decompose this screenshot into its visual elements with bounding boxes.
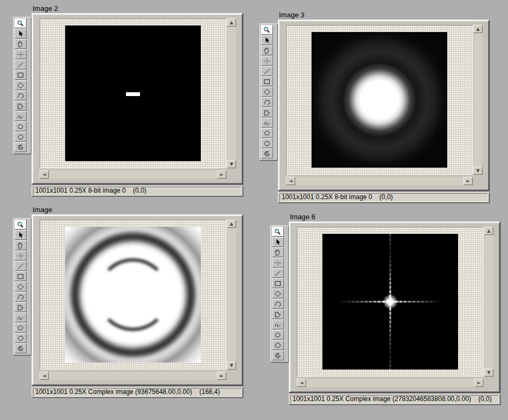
scroll-up-icon[interactable]: ▲ [473,25,482,33]
scroll-up-icon[interactable]: ▲ [484,227,493,235]
tool-selection-button[interactable] [261,35,273,45]
tool-oval-button[interactable] [15,132,27,142]
vertical-scrollbar[interactable]: ▲ ▼ [227,220,236,370]
tool-selection-button[interactable] [272,237,284,247]
tool-annulus-button[interactable] [272,351,284,360]
tool-oval-button[interactable] [272,340,284,350]
window-title: Image 3 [279,11,304,19]
tool-line-button[interactable] [261,66,273,76]
image-canvas[interactable] [65,26,201,161]
tool-annulus-button[interactable] [15,343,27,353]
line-icon [262,67,272,75]
tool-zoom-button[interactable] [261,25,273,35]
polygon-icon [273,310,283,319]
scroll-down-icon[interactable]: ▼ [227,160,236,168]
image-canvas[interactable] [322,234,458,370]
horizontal-scrollbar[interactable]: ◄ ► [40,170,226,179]
scroll-left-icon[interactable]: ◄ [286,177,295,185]
tool-polyline-button[interactable] [272,299,284,309]
tool-rectangle-button[interactable] [15,271,27,281]
tool-point-button[interactable] [15,251,27,260]
fft-center-glow [379,291,401,313]
scroll-down-icon[interactable]: ▼ [484,368,493,377]
tool-freehand-region-button[interactable] [272,330,284,340]
vertical-scrollbar[interactable]: ▲ ▼ [473,25,482,175]
tool-polygon-button[interactable] [15,101,27,111]
tool-rectangle-button[interactable] [15,70,27,80]
tool-freehand-line-button[interactable] [261,118,273,128]
tool-annulus-button[interactable] [261,149,273,158]
image-window-image: Image ▲ ▼ ◄ ► 1001x1001 0.25X Complex im… [13,207,244,399]
tool-oval-button[interactable] [15,333,27,343]
tool-zoom-button[interactable] [272,227,284,237]
tool-annulus-button[interactable] [15,142,27,152]
tool-polyline-button[interactable] [261,97,273,107]
tool-pan-button[interactable] [15,39,27,49]
image-canvas[interactable] [312,32,447,168]
scroll-down-icon[interactable]: ▼ [473,167,482,175]
scroll-up-icon[interactable]: ▲ [227,18,236,27]
tool-polyline-button[interactable] [15,292,27,302]
lower-arc [97,258,169,331]
pan-icon [273,249,283,257]
point-icon [16,252,26,260]
scroll-left-icon[interactable]: ◄ [40,170,49,179]
tool-rotated-rectangle-button[interactable] [261,87,273,97]
tool-point-button[interactable] [261,56,273,66]
tool-rotated-rectangle-button[interactable] [15,282,27,291]
status-bar: 1001x1001 0.25X 8-bit image 0 (0,0) [31,186,243,196]
tool-line-button[interactable] [15,261,27,271]
scroll-right-icon[interactable]: ► [217,372,226,380]
scroll-down-icon[interactable]: ▼ [227,361,236,370]
vertical-scrollbar[interactable]: ▲ ▼ [227,18,236,168]
image-window-image-6: Image 6 ▲ ▼ ◄ ► 1001x1001 0.25X Complex … [270,214,501,406]
tool-pan-button[interactable] [15,240,27,250]
tool-zoom-button[interactable] [15,220,27,230]
tool-freehand-region-button[interactable] [261,128,273,138]
polyline-icon [262,98,272,106]
tool-selection-button[interactable] [15,230,27,240]
tool-polygon-button[interactable] [15,302,27,312]
tool-line-button[interactable] [15,60,27,69]
tool-freehand-line-button[interactable] [15,313,27,322]
vertical-scrollbar[interactable]: ▲ ▼ [484,227,493,377]
tool-oval-button[interactable] [261,138,273,148]
tool-line-button[interactable] [272,268,284,278]
tool-freehand-line-button[interactable] [15,111,27,121]
canvas-background[interactable] [297,227,484,377]
canvas-background[interactable] [286,25,473,175]
scroll-left-icon[interactable]: ◄ [297,379,306,387]
tool-rotated-rectangle-button[interactable] [15,80,27,90]
horizontal-scrollbar[interactable]: ◄ ► [286,177,473,185]
tool-point-button[interactable] [15,49,27,59]
canvas-background[interactable] [40,18,226,168]
annulus-icon [16,345,26,353]
tool-pan-button[interactable] [272,247,284,257]
line-icon [16,61,26,69]
horizontal-scrollbar[interactable]: ◄ ► [297,379,484,387]
tool-pan-button[interactable] [261,46,273,55]
tool-polyline-button[interactable] [15,91,27,100]
tool-rectangle-button[interactable] [261,77,273,86]
tool-rectangle-button[interactable] [272,278,284,288]
polyline-icon [273,300,283,308]
image-canvas[interactable] [65,227,201,362]
tool-zoom-button[interactable] [15,18,27,28]
tool-polygon-button[interactable] [272,309,284,319]
window-title: Image 6 [290,213,315,221]
tool-freehand-line-button[interactable] [272,320,284,329]
tool-point-button[interactable] [272,258,284,268]
scroll-left-icon[interactable]: ◄ [40,372,49,380]
tool-freehand-region-button[interactable] [15,323,27,333]
pan-icon [16,241,26,250]
tool-freehand-region-button[interactable] [15,122,27,131]
scroll-right-icon[interactable]: ► [463,177,473,185]
tool-selection-button[interactable] [15,29,27,39]
tool-rotated-rectangle-button[interactable] [272,289,284,298]
scroll-right-icon[interactable]: ► [217,170,226,179]
canvas-background[interactable] [40,220,226,370]
scroll-right-icon[interactable]: ► [474,379,484,387]
tool-polygon-button[interactable] [261,107,273,117]
horizontal-scrollbar[interactable]: ◄ ► [40,372,226,380]
scroll-up-icon[interactable]: ▲ [227,220,236,228]
